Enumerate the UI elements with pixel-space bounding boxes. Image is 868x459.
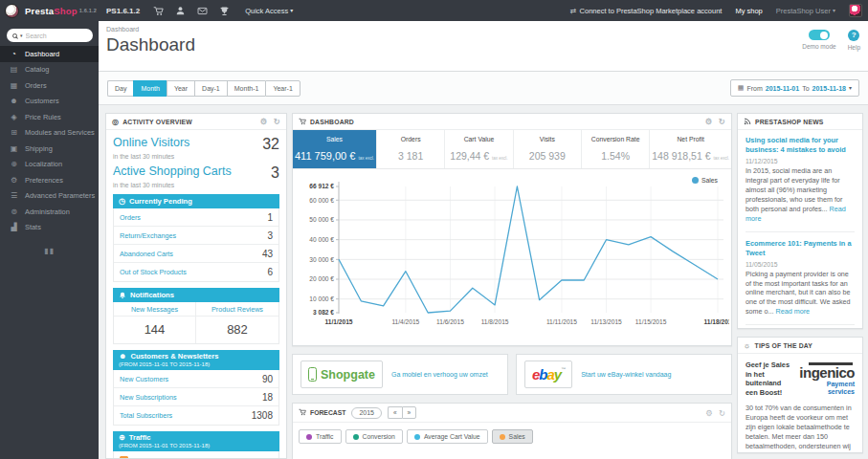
gear-icon[interactable]: ⚙ [260, 117, 268, 126]
traffic-subtitle: (FROM 2015-11-01 TO 2015-11-18) [119, 443, 274, 448]
article-date: 11/12/2015 [746, 158, 855, 164]
pending-orders-link[interactable]: Orders [120, 213, 141, 222]
forecast-panel: FORECAST 2015 « » ⚙↻ Traffic Conversion … [292, 403, 732, 459]
range-day-1-button[interactable]: Day-1 [194, 80, 227, 97]
gear-icon[interactable]: ⚙ [705, 408, 713, 418]
new-customers-link[interactable]: New Customers [120, 375, 168, 383]
sidebar-item-administration[interactable]: ⊚Administration [0, 204, 99, 220]
active-carts-link[interactable]: Active Shopping Carts [113, 164, 232, 178]
sidebar-item-dashboard[interactable]: ◔Dashboard [0, 46, 99, 62]
collapse-menu-button[interactable]: ▮▮ [0, 247, 99, 255]
range-year-1-button[interactable]: Year-1 [265, 80, 300, 97]
marketplace-link[interactable]: ⇄Connect to PrestaShop Marketplace accou… [570, 7, 723, 15]
kpi-sales[interactable]: Sales411 759,00 € tax excl. [293, 130, 377, 168]
google-analytics-row: Link to your Google Analytics account [113, 451, 279, 459]
sidebar-item-catalog[interactable]: ▤Catalog [0, 62, 99, 78]
sidebar-item-price-rules[interactable]: ◈Price Rules [0, 109, 99, 125]
admin-icon: ⊚ [9, 208, 19, 216]
cart-icon [299, 408, 306, 417]
customers-table: New Customers90 New Subscriptions18 Tota… [113, 370, 279, 426]
user-menu[interactable]: PrestaShop User ▾ [776, 7, 835, 15]
online-visitors-link[interactable]: Online Visitors [113, 136, 189, 149]
user-avatar[interactable] [849, 4, 862, 17]
breadcrumb[interactable]: Dashboard [106, 26, 868, 33]
refresh-icon[interactable]: ↻ [274, 117, 280, 126]
sidebar-item-preferences[interactable]: ⚙Preferences [0, 172, 99, 188]
messages-icon[interactable] [197, 6, 208, 16]
legend-avg-cart-value-button[interactable]: Average Cart Value [407, 429, 488, 444]
orders-icon: ▦ [9, 81, 19, 90]
new-messages-link[interactable]: New Messages [114, 302, 196, 317]
total-subscribers-link[interactable]: Total Subscribers [120, 411, 172, 420]
kpi-cart-value[interactable]: Cart Value129,44 € tax excl. [445, 130, 513, 168]
kpi-orders[interactable]: Orders3 181 [377, 130, 445, 168]
sidebar-item-label: Dashboard [25, 50, 59, 58]
sidebar-item-modules[interactable]: ⊞Modules and Services [0, 125, 99, 142]
forecast-prev-button[interactable]: « [388, 406, 402, 419]
abandoned-carts-value: 43 [262, 249, 273, 259]
brand-presta: Presta [25, 6, 54, 16]
sidebar-item-customers[interactable]: ☻Customers [0, 94, 99, 110]
range-month-1-button[interactable]: Month-1 [227, 80, 266, 97]
help-icon[interactable]: ? [848, 30, 859, 41]
range-month-button[interactable]: Month [133, 80, 166, 97]
globe-icon: ⊕ [9, 160, 19, 168]
forecast-next-button[interactable]: » [402, 406, 417, 419]
kpi-net-profit[interactable]: Net Profit148 918,51 € tax excl. [650, 130, 731, 168]
refresh-icon[interactable]: ↻ [719, 408, 725, 418]
legend-sales-button[interactable]: Sales [492, 429, 533, 444]
abandoned-carts-link[interactable]: Abandoned Carts [120, 250, 173, 258]
wrench-icon: ⚙ [9, 176, 19, 185]
out-of-stock-link[interactable]: Out of Stock Products [120, 268, 187, 276]
svg-text:11/8/2015: 11/8/2015 [481, 318, 509, 325]
cart-icon[interactable] [153, 6, 164, 16]
svg-text:3 082 €: 3 082 € [313, 309, 334, 316]
my-shop-link[interactable]: My shop [735, 7, 762, 15]
trophy-icon[interactable] [219, 6, 230, 16]
page-title: Dashboard [106, 34, 868, 55]
forecast-year: 2015 [351, 407, 382, 419]
date-range-picker[interactable]: ▦ From2015-11-01 To2015-11-18 ▾ [730, 79, 859, 97]
demo-mode-toggle[interactable] [809, 30, 830, 40]
chart-legend[interactable]: Sales [692, 177, 718, 184]
kpi-conversion-rate[interactable]: Conversion Rate1.54% [582, 130, 650, 168]
sidebar-item-shipping[interactable]: ▣Shipping [0, 141, 99, 157]
customers-icon[interactable] [175, 6, 186, 16]
rss-icon [744, 118, 751, 125]
article-title-link[interactable]: Ecommerce 101: Payments in a Tweet [746, 239, 855, 258]
sidebar-item-label: Customers [25, 97, 59, 105]
quick-access-menu[interactable]: Quick Access ▾ [245, 7, 293, 15]
gear-icon[interactable]: ⚙ [705, 117, 713, 126]
ingenico-wordmark: ingenico [799, 365, 855, 381]
refresh-icon[interactable]: ↻ [719, 117, 725, 126]
sidebar-item-label: Localization [25, 160, 62, 168]
sidebar-item-stats[interactable]: ▟Stats [0, 220, 99, 236]
sidebar-item-label: Advanced Parameters [25, 191, 95, 200]
article-title-link[interactable]: Using social media for your business: 4 … [746, 136, 855, 155]
sales-chart: 3 082 €10 000 €20 000 €30 000 €40 000 €5… [293, 169, 731, 334]
ebay-link[interactable]: Start uw eBay-winkel vandaag [581, 370, 671, 379]
sidebar-item-localization[interactable]: ⊕Localization [0, 157, 99, 173]
sidebar-search[interactable]: ▾ [7, 29, 93, 42]
sidebar-item-orders[interactable]: ▦Orders [0, 77, 99, 94]
tips-panel-title: TIPS OF THE DAY [755, 342, 813, 349]
svg-text:11/18/201: 11/18/201 [704, 318, 729, 325]
product-reviews-link[interactable]: Product Reviews [196, 302, 278, 317]
pending-returns-link[interactable]: Return/Exchanges [120, 231, 176, 240]
pending-orders-value: 1 [267, 212, 273, 223]
range-year-button[interactable]: Year [167, 80, 194, 97]
sales-legend-label: Sales [701, 177, 718, 184]
svg-text:30 000 €: 30 000 € [309, 256, 334, 263]
legend-traffic-button[interactable]: Traffic [299, 429, 342, 444]
traffic-header: ⊕Traffic (FROM 2015-11-01 TO 2015-11-18) [113, 431, 279, 451]
kpi-visits[interactable]: Visits205 939 [514, 130, 582, 168]
search-scope-caret-icon[interactable]: ▾ [20, 33, 23, 38]
search-input[interactable] [26, 33, 87, 39]
shopgate-link[interactable]: Ga mobiel en verhoog uw omzet [391, 370, 488, 379]
range-day-button[interactable]: Day [107, 80, 133, 97]
new-subscriptions-link[interactable]: New Subscriptions [120, 393, 177, 402]
date-from: 2015-11-01 [766, 85, 799, 92]
read-more-link[interactable]: Read more [776, 307, 811, 316]
sidebar-item-advanced-parameters[interactable]: ☰Advanced Parameters [0, 188, 99, 205]
legend-conversion-button[interactable]: Conversion [345, 429, 403, 444]
